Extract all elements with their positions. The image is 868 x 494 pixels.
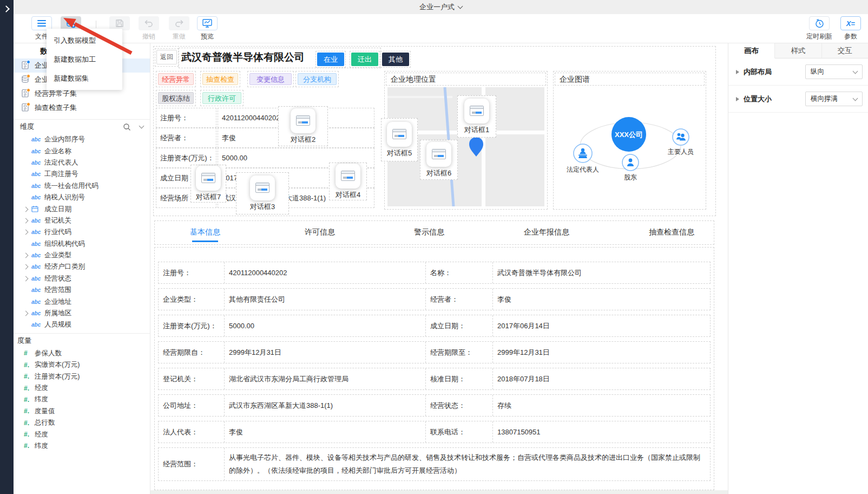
panel-tab[interactable]: 样式 — [775, 43, 821, 58]
expand-panel-icon[interactable] — [3, 5, 10, 12]
info-tab[interactable]: 抽查检查信息 — [649, 227, 694, 237]
sidebar-field-measure[interactable]: #.度量值 — [14, 406, 150, 417]
text-field-icon: abc — [31, 287, 44, 293]
menu-item[interactable]: 新建数据集 — [47, 69, 122, 88]
relation-graph: XXX公司 法定代表人 股东 — [555, 87, 703, 209]
timed-refresh-button[interactable]: 定时刷新 — [804, 16, 835, 41]
row-value: 湖北省武汉市东湖分局工商行政管理局 — [225, 368, 426, 389]
panel-tab[interactable]: 交互 — [822, 43, 868, 58]
panel-tab[interactable]: 画布 — [728, 43, 775, 58]
undo-button[interactable]: 撤销 — [136, 16, 162, 41]
data-sidebar: 数 企业企业经营异常子集抽查检查子集 维度 abc企业内部序号abc企业名称ab… — [14, 43, 150, 494]
field-label: 经营范围 — [44, 285, 71, 295]
property-select[interactable]: 纵向 — [805, 64, 863, 79]
dialog-widget[interactable]: 对话框3 — [236, 172, 289, 214]
sidebar-field-dimension[interactable]: 成立日期 — [14, 203, 150, 214]
sidebar-field-measure[interactable]: #.纬度 — [14, 394, 150, 405]
expand-chevron-icon[interactable] — [23, 276, 29, 281]
relation-graph-widget[interactable]: 企业图谱 XXX公司 法定代表人 — [553, 71, 706, 210]
row-label: 经营期限至： — [426, 342, 493, 363]
undo-icon — [143, 19, 154, 28]
sidebar-field-measure[interactable]: #.经度 — [14, 382, 150, 394]
sidebar-field-dimension[interactable]: abc所属地区 — [14, 308, 150, 319]
company-tag[interactable]: 行政许可 — [202, 92, 241, 104]
expand-triangle-icon[interactable] — [736, 97, 739, 101]
sidebar-field-dimension[interactable]: abc组织机构代码 — [14, 238, 150, 250]
sidebar-field-dimension[interactable]: abc纳税人识别号 — [14, 192, 150, 203]
redo-button[interactable]: 重做 — [166, 16, 192, 41]
company-tag[interactable]: 分支机构 — [298, 73, 337, 85]
dialog-widget[interactable]: 对话框6 — [420, 140, 458, 180]
info-tab[interactable]: 企业年报信息 — [524, 227, 569, 237]
info-tab[interactable]: 许可信息 — [305, 227, 335, 237]
chevron-down-icon[interactable] — [458, 3, 463, 9]
sidebar-field-dimension[interactable]: abc登记机关 — [14, 215, 150, 226]
field-label: 登记机关 — [44, 216, 71, 225]
text-field-icon: abc — [31, 218, 44, 224]
sidebar-field-measure[interactable]: #.实缴资本(万元) — [14, 359, 150, 370]
sidebar-field-dimension[interactable]: abc企业内部序号 — [14, 134, 150, 145]
collapse-dimensions-icon[interactable] — [139, 123, 144, 129]
status-badge[interactable]: 其他 — [382, 53, 409, 66]
sidebar-field-measure[interactable]: #参保人数 — [14, 348, 150, 359]
sidebar-field-dimension[interactable]: abc经营范围 — [14, 284, 150, 296]
sidebar-field-dimension[interactable]: abc企业地址 — [14, 296, 150, 307]
sidebar-dataset-item[interactable]: 抽查检查子集 — [14, 101, 150, 115]
back-button[interactable]: 返回 — [156, 50, 177, 64]
table-row[interactable]: 注册资本(万元)：5000.00成立日期：2017年06月14日 — [158, 315, 711, 337]
table-row[interactable]: 登记机关：湖北省武汉市东湖分局工商行政管理局核准日期：2018年07月18日 — [158, 368, 711, 390]
dialog-widget[interactable]: 对话框1 — [457, 95, 496, 138]
sidebar-field-measure[interactable]: #.注册资本(万元) — [14, 370, 150, 382]
expand-triangle-icon[interactable] — [736, 70, 739, 74]
company-tag[interactable]: 抽查检查 — [202, 73, 238, 85]
dialog-widget[interactable]: 对话框7 — [190, 165, 226, 203]
table-row[interactable]: 公司地址：武汉市东西湖区革新大道388-1(1)经营状态：存续 — [158, 394, 711, 417]
expand-chevron-icon[interactable] — [23, 206, 29, 212]
table-row[interactable]: 法人代表：李俊联系电话：13807150951 — [158, 421, 711, 443]
params-button[interactable]: X= 参数 — [838, 16, 864, 41]
row-value: 存续 — [493, 395, 710, 416]
expand-chevron-icon[interactable] — [23, 253, 29, 258]
property-rows: 内部布局纵向位置大小横向撑满 — [728, 58, 868, 113]
table-row-scope[interactable]: 经营范围：从事光电子芯片、器件、模块、设备等相关技术与产品的研发、销售及技术转让… — [158, 447, 711, 481]
hscrollbar-track[interactable] — [150, 490, 728, 494]
basic-info-table[interactable]: 注册号：420112000440202名称：武汉奇普微半导体有限公司企业类型：其… — [154, 247, 714, 490]
expand-chevron-icon[interactable] — [23, 218, 29, 223]
sidebar-field-dimension[interactable]: abc行业代码 — [14, 226, 150, 238]
menu-item[interactable]: 引入数据模型 — [47, 31, 122, 50]
sidebar-field-dimension[interactable]: abc企业名称 — [14, 145, 150, 157]
sidebar-field-measure[interactable]: #.纬度 — [14, 440, 150, 452]
sidebar-field-dimension[interactable]: abc统一社会信用代码 — [14, 180, 150, 192]
company-tag[interactable]: 变更信息 — [249, 73, 292, 85]
sidebar-field-dimension[interactable]: abc经营状态 — [14, 273, 150, 284]
table-row[interactable]: 注册号：420112000440202名称：武汉奇普微半导体有限公司 — [158, 262, 711, 284]
sidebar-field-dimension[interactable]: abc企业类型 — [14, 250, 150, 261]
menu-item[interactable]: 新建数据加工 — [47, 50, 122, 69]
sidebar-field-dimension[interactable]: abc经济户口类别 — [14, 261, 150, 272]
dialog-widget[interactable]: 对话框2 — [278, 106, 328, 146]
sidebar-field-dimension[interactable]: abc法定代表人 — [14, 157, 150, 168]
status-badge[interactable]: 迁出 — [351, 53, 378, 66]
svg-text:法定代表人: 法定代表人 — [567, 166, 599, 173]
dialog-widget[interactable]: 对话框4 — [329, 162, 367, 200]
sidebar-field-measure[interactable]: #.经度 — [14, 428, 150, 440]
expand-chevron-icon[interactable] — [23, 230, 29, 235]
svg-text:XXX公司: XXX公司 — [615, 131, 643, 139]
sidebar-field-measure[interactable]: #.总行数 — [14, 417, 150, 428]
company-tag[interactable]: 经营异常 — [158, 73, 194, 85]
info-tab[interactable]: 警示信息 — [414, 227, 444, 237]
expand-chevron-icon[interactable] — [23, 264, 29, 270]
dialog-widget[interactable]: 对话框5 — [381, 118, 418, 161]
property-select[interactable]: 横向撑满 — [805, 92, 863, 106]
sidebar-field-dimension[interactable]: abc人员规模 — [14, 319, 150, 330]
table-row[interactable]: 企业类型：其他有限责任公司经营者：李俊 — [158, 288, 711, 310]
info-tab[interactable]: 基本信息 — [190, 227, 220, 237]
table-row[interactable]: 经营期限自：2999年12月31日经营期限至：2999年12月31日 — [158, 341, 711, 363]
company-tag[interactable]: 股权冻结 — [158, 92, 194, 104]
field-label: 法定代表人 — [44, 158, 78, 167]
preview-button[interactable]: 预览 — [194, 16, 220, 41]
search-icon[interactable] — [123, 123, 131, 131]
status-badge[interactable]: 在业 — [317, 53, 344, 66]
sidebar-field-dimension[interactable]: abc工商注册号 — [14, 168, 150, 180]
expand-chevron-icon[interactable] — [23, 311, 29, 316]
